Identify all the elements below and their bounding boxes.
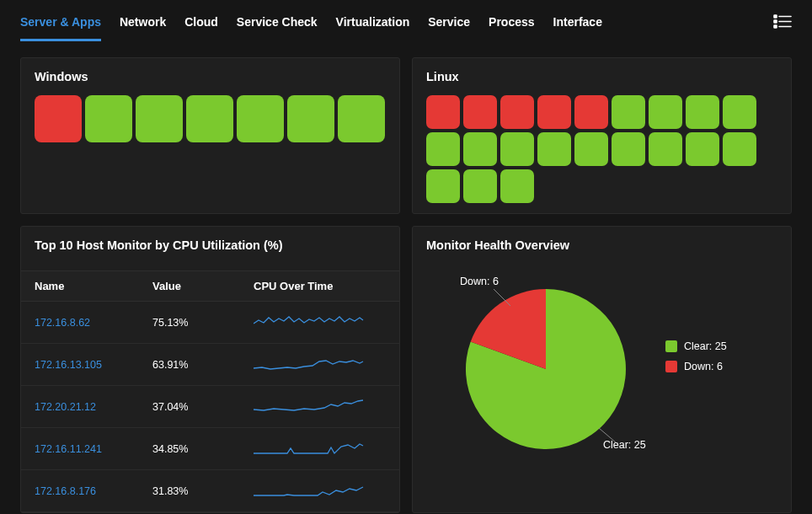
host-tile[interactable] xyxy=(612,95,645,129)
sparkline xyxy=(240,344,399,386)
host-tile[interactable] xyxy=(537,132,571,166)
panel-title: Monitor Health Overview xyxy=(426,238,777,252)
host-tile[interactable] xyxy=(537,95,571,129)
cpu-table-panel: Top 10 Host Monitor by CPU Utilization (… xyxy=(20,226,400,513)
legend-item[interactable]: Clear: 25 xyxy=(665,340,727,352)
tab-service-check[interactable]: Service Check xyxy=(237,3,318,41)
svg-rect-0 xyxy=(774,15,777,18)
host-tile[interactable] xyxy=(136,95,183,142)
svg-rect-4 xyxy=(774,25,777,28)
host-tile[interactable] xyxy=(612,132,645,166)
host-tile[interactable] xyxy=(649,95,682,129)
health-pie-chart[interactable]: Down: 6 Clear: 25 xyxy=(426,264,645,458)
host-tile[interactable] xyxy=(686,132,719,166)
tab-network[interactable]: Network xyxy=(120,3,166,41)
host-tile[interactable] xyxy=(426,132,460,166)
table-row: 172.16.11.24134.85% xyxy=(21,428,399,470)
linux-panel: Linux xyxy=(412,57,792,214)
legend-swatch xyxy=(665,340,677,352)
col-value: Value xyxy=(139,271,240,302)
host-tile[interactable] xyxy=(574,132,608,166)
host-link[interactable]: 172.20.21.12 xyxy=(21,386,139,428)
host-tile[interactable] xyxy=(287,95,334,142)
host-value: 37.04% xyxy=(139,386,240,428)
pie-label-down: Down: 6 xyxy=(460,276,499,287)
host-tile[interactable] xyxy=(574,95,608,129)
legend-label: Down: 6 xyxy=(684,361,723,372)
host-tile[interactable] xyxy=(686,95,719,129)
panel-title: Top 10 Host Monitor by CPU Utilization (… xyxy=(21,238,399,259)
host-link[interactable]: 172.16.8.62 xyxy=(21,302,139,344)
tab-process[interactable]: Process xyxy=(489,3,534,41)
panel-title: Linux xyxy=(426,70,777,83)
host-tile[interactable] xyxy=(723,132,756,166)
list-view-icon[interactable] xyxy=(773,14,792,29)
tab-cloud[interactable]: Cloud xyxy=(184,3,218,41)
panel-title: Windows xyxy=(35,70,386,83)
legend-item[interactable]: Down: 6 xyxy=(665,361,727,372)
host-tile[interactable] xyxy=(426,95,460,129)
sparkline xyxy=(240,386,399,428)
host-tile[interactable] xyxy=(500,169,534,203)
table-row: 172.16.8.6275.13% xyxy=(21,302,399,344)
host-link[interactable]: 172.16.8.176 xyxy=(21,470,139,512)
col-name: Name xyxy=(21,271,139,302)
host-link[interactable]: 172.16.11.241 xyxy=(21,428,139,470)
host-value: 31.83% xyxy=(139,470,240,512)
host-tile[interactable] xyxy=(186,95,233,142)
health-panel: Monitor Health Overview Down: 6 xyxy=(412,226,792,513)
windows-panel: Windows xyxy=(20,57,400,214)
host-tile[interactable] xyxy=(426,169,460,203)
host-tile[interactable] xyxy=(649,132,682,166)
table-row: 172.20.21.1237.04% xyxy=(21,386,399,428)
host-tile[interactable] xyxy=(463,132,497,166)
host-tile[interactable] xyxy=(35,95,82,142)
svg-rect-2 xyxy=(774,20,777,23)
host-tile[interactable] xyxy=(463,95,497,129)
sparkline xyxy=(240,470,399,512)
host-value: 34.85% xyxy=(139,428,240,470)
table-row: 172.16.13.10563.91% xyxy=(21,344,399,386)
legend-swatch xyxy=(665,361,677,372)
sparkline xyxy=(240,428,399,470)
host-tile[interactable] xyxy=(85,95,132,142)
table-row: 172.16.8.17631.83% xyxy=(21,470,399,512)
host-tile[interactable] xyxy=(500,95,534,129)
host-value: 75.13% xyxy=(139,302,240,344)
host-tile[interactable] xyxy=(500,132,534,166)
host-value: 63.91% xyxy=(139,344,240,386)
pie-label-clear: Clear: 25 xyxy=(603,439,646,451)
host-tile[interactable] xyxy=(338,95,385,142)
tab-server-apps[interactable]: Server & Apps xyxy=(20,3,101,41)
tab-interface[interactable]: Interface xyxy=(553,3,602,41)
host-link[interactable]: 172.16.13.105 xyxy=(21,344,139,386)
sparkline xyxy=(240,302,399,344)
tab-service[interactable]: Service xyxy=(428,3,470,41)
host-tile[interactable] xyxy=(237,95,284,142)
tab-bar: Server & AppsNetworkCloudService CheckVi… xyxy=(20,0,792,44)
host-tile[interactable] xyxy=(723,95,756,129)
host-tile[interactable] xyxy=(463,169,497,203)
col-spark: CPU Over Time xyxy=(240,271,399,302)
legend-label: Clear: 25 xyxy=(684,340,727,352)
tab-virtualization[interactable]: Virtualization xyxy=(336,3,410,41)
